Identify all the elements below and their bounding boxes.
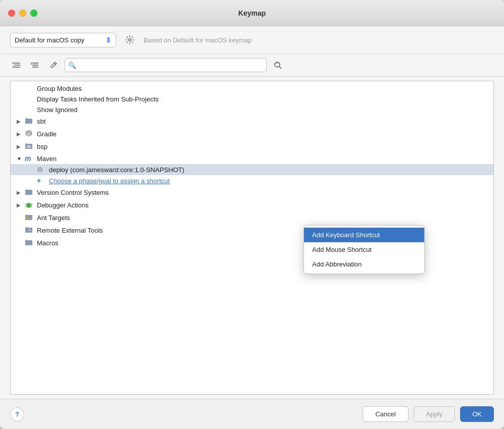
remote-tools-icon bbox=[25, 226, 35, 235]
add-mouse-shortcut-item[interactable]: Add Mouse Shortcut bbox=[304, 242, 424, 257]
list-item[interactable]: ▶ bsp bbox=[11, 140, 493, 153]
list-item[interactable]: ▶ Version Control Systems bbox=[11, 186, 493, 199]
settings-button[interactable] bbox=[122, 32, 137, 47]
folder-icon bbox=[25, 188, 35, 197]
search-wrapper: 🔍 bbox=[65, 58, 267, 72]
folder-icon bbox=[25, 117, 35, 126]
maven-icon: m bbox=[25, 154, 35, 163]
item-label: Choose a phase/goal to assign a shortcut bbox=[49, 177, 487, 185]
macros-folder-icon bbox=[25, 238, 35, 248]
choose-phase-item[interactable]: + Choose a phase/goal to assign a shortc… bbox=[11, 175, 493, 186]
bottom-left: ? bbox=[10, 407, 24, 421]
list-item[interactable]: ▶ G Gradle bbox=[11, 128, 493, 140]
bottom-bar: ? Cancel Apply OK bbox=[0, 399, 504, 429]
add-keyboard-shortcut-item[interactable]: Add Keyboard Shortcut bbox=[304, 228, 424, 242]
find-usages-button[interactable] bbox=[271, 58, 285, 72]
gradle-icon: G bbox=[25, 129, 35, 139]
window-title: Keymap bbox=[238, 9, 266, 17]
traffic-lights bbox=[8, 10, 37, 17]
item-label: Ant Targets bbox=[37, 214, 487, 222]
context-menu: Add Keyboard Shortcut Add Mouse Shortcut… bbox=[304, 225, 425, 274]
maven-item[interactable]: ▼ m Maven bbox=[11, 153, 493, 164]
list-item[interactable]: Display Tasks Inherited from Sub-Project… bbox=[11, 94, 493, 104]
svg-line-20 bbox=[25, 204, 26, 205]
svg-line-22 bbox=[25, 206, 26, 207]
item-label: Gradle bbox=[37, 130, 487, 138]
main-window: Keymap Default for macOS copy ⬍ Based on… bbox=[0, 0, 504, 429]
item-label: Version Control Systems bbox=[37, 189, 487, 196]
item-label: Show Ignored bbox=[37, 106, 487, 114]
item-label: Group Modules bbox=[37, 85, 487, 92]
bug-icon bbox=[25, 200, 35, 210]
titlebar: Keymap bbox=[0, 0, 504, 26]
keymap-selector[interactable]: Default for macOS copy ⬍ bbox=[10, 33, 116, 47]
svg-point-18 bbox=[26, 203, 31, 208]
list-item[interactable]: ▶ Debugger Actions bbox=[11, 199, 493, 211]
edit-button[interactable] bbox=[46, 58, 61, 72]
item-label: Debugger Actions bbox=[37, 201, 487, 209]
svg-line-21 bbox=[31, 204, 32, 205]
show-ignored-item[interactable]: Show Ignored bbox=[11, 104, 493, 115]
svg-text:G: G bbox=[27, 131, 30, 136]
svg-rect-25 bbox=[27, 217, 29, 219]
close-button[interactable] bbox=[8, 10, 15, 17]
item-label: deploy (com.jamesward:core:1.0-SNAPSHOT) bbox=[49, 166, 487, 174]
search-input[interactable] bbox=[65, 58, 267, 72]
svg-point-27 bbox=[29, 229, 31, 231]
keymap-toolbar: Default for macOS copy ⬍ Based on Defaul… bbox=[0, 26, 504, 54]
folder-build-icon bbox=[25, 142, 35, 151]
ok-button[interactable]: OK bbox=[460, 406, 494, 422]
add-abbreviation-item[interactable]: Add Abbreviation bbox=[304, 257, 424, 272]
arrow-down-icon: ▼ bbox=[17, 156, 25, 162]
svg-rect-16 bbox=[27, 145, 31, 148]
svg-rect-28 bbox=[25, 240, 32, 245]
svg-rect-12 bbox=[25, 119, 32, 124]
plus-icon: + bbox=[37, 177, 47, 185]
item-label: sbt bbox=[37, 118, 487, 125]
cancel-button[interactable]: Cancel bbox=[363, 406, 408, 422]
expand-all-button[interactable] bbox=[10, 58, 24, 72]
item-label: Maven bbox=[37, 155, 487, 163]
select-arrows-icon: ⬍ bbox=[105, 35, 112, 45]
svg-point-0 bbox=[129, 39, 131, 41]
svg-rect-17 bbox=[25, 190, 32, 195]
svg-line-11 bbox=[279, 67, 281, 69]
ant-folder-icon bbox=[25, 213, 35, 223]
list-item[interactable]: Group Modules bbox=[11, 83, 493, 94]
help-button[interactable]: ? bbox=[10, 407, 24, 421]
list-item[interactable]: Ant Targets bbox=[11, 211, 493, 224]
apply-button[interactable]: Apply bbox=[414, 406, 456, 422]
keymap-select-text: Default for macOS copy bbox=[15, 36, 102, 44]
actions-toolbar: 🔍 bbox=[0, 54, 504, 77]
item-label: bsp bbox=[37, 143, 487, 150]
gear-item-icon: ⚙ bbox=[37, 166, 47, 174]
svg-line-23 bbox=[31, 206, 32, 207]
based-on-label: Based on Default for macOS keymap bbox=[143, 36, 494, 44]
maximize-button[interactable] bbox=[30, 10, 37, 17]
list-item[interactable]: ▶ sbt bbox=[11, 115, 493, 128]
minimize-button[interactable] bbox=[19, 10, 26, 17]
keymap-tree-area: Group Modules Display Tasks Inherited fr… bbox=[10, 81, 494, 395]
collapse-all-button[interactable] bbox=[28, 58, 42, 72]
bottom-right: Cancel Apply OK bbox=[363, 406, 494, 422]
deploy-item[interactable]: ⚙ deploy (com.jamesward:core:1.0-SNAPSHO… bbox=[11, 164, 493, 175]
svg-line-9 bbox=[54, 63, 56, 65]
item-label: Display Tasks Inherited from Sub-Project… bbox=[37, 95, 487, 103]
